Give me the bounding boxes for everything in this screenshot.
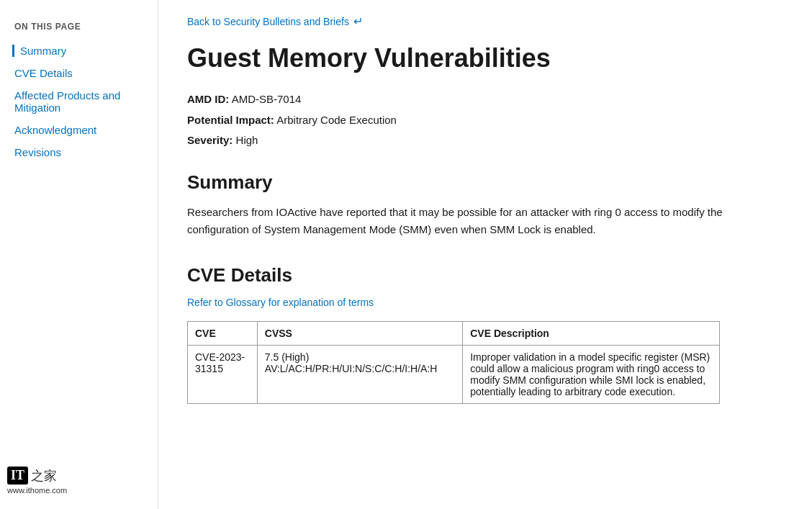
sidebar-link-affected-products[interactable]: Affected Products and Mitigation [14,89,143,114]
main-content: Back to Security Bulletins and Briefs ↵ … [158,0,812,509]
sidebar-nav: Summary CVE Details Affected Products an… [14,45,143,158]
it-logo-text: 之家 [31,467,57,485]
severity-value: High [236,134,258,146]
severity: Severity: High [187,130,783,151]
col-header-description: CVE Description [463,321,720,345]
cve-details-title: CVE Details [187,264,783,287]
sidebar-link-summary[interactable]: Summary [20,45,143,57]
cve-table: CVE CVSS CVE Description CVE-2023-31315 … [187,321,720,404]
sidebar-item-revisions[interactable]: Revisions [14,146,143,158]
cell-cve-id: CVE-2023-31315 [188,345,258,403]
summary-text: Researchers from IOActive have reported … [187,204,783,238]
table-header-row: CVE CVSS CVE Description [188,321,720,345]
amd-id-value: AMD-SB-7014 [232,93,302,105]
potential-impact-label: Potential Impact: [187,114,274,126]
glossary-link[interactable]: Refer to Glossary for explanation of ter… [187,297,783,308]
sidebar-item-acknowledgment[interactable]: Acknowledgment [14,124,143,136]
sidebar: ON THIS PAGE Summary CVE Details Affecte… [0,0,158,509]
watermark-url: www.ithome.com [7,486,67,495]
col-header-cve: CVE [188,321,258,345]
sidebar-item-cve-details[interactable]: CVE Details [14,67,143,79]
watermark-logo: IT 之家 [7,467,57,485]
sidebar-link-acknowledgment[interactable]: Acknowledgment [14,124,143,136]
back-link[interactable]: Back to Security Bulletins and Briefs ↵ [187,14,363,28]
table-row: CVE-2023-31315 7.5 (High)AV:L/AC:H/PR:H/… [188,345,720,403]
page-title: Guest Memory Vulnerabilities [187,42,783,73]
amd-id-label: AMD ID: [187,93,229,105]
back-link-text: Back to Security Bulletins and Briefs [187,16,349,27]
sidebar-item-affected-products[interactable]: Affected Products and Mitigation [14,89,143,114]
sidebar-heading: ON THIS PAGE [14,22,143,32]
sidebar-link-revisions[interactable]: Revisions [14,146,143,158]
potential-impact: Potential Impact: Arbitrary Code Executi… [187,110,783,131]
it-badge: IT [7,467,28,485]
watermark: IT 之家 www.ithome.com [7,467,67,495]
potential-impact-value: Arbitrary Code Execution [276,114,397,126]
sidebar-item-summary[interactable]: Summary [12,45,143,57]
cell-cvss: 7.5 (High)AV:L/AC:H/PR:H/UI:N/S:C/C:H/I:… [257,345,462,403]
meta-info: AMD ID: AMD-SB-7014 Potential Impact: Ar… [187,89,783,151]
sidebar-link-cve-details[interactable]: CVE Details [14,67,143,79]
return-icon: ↵ [353,14,363,28]
col-header-cvss: CVSS [257,321,462,345]
cell-cve-description: Improper validation in a model specific … [463,345,720,403]
amd-id: AMD ID: AMD-SB-7014 [187,89,783,110]
severity-label: Severity: [187,134,233,146]
summary-title: Summary [187,171,783,194]
